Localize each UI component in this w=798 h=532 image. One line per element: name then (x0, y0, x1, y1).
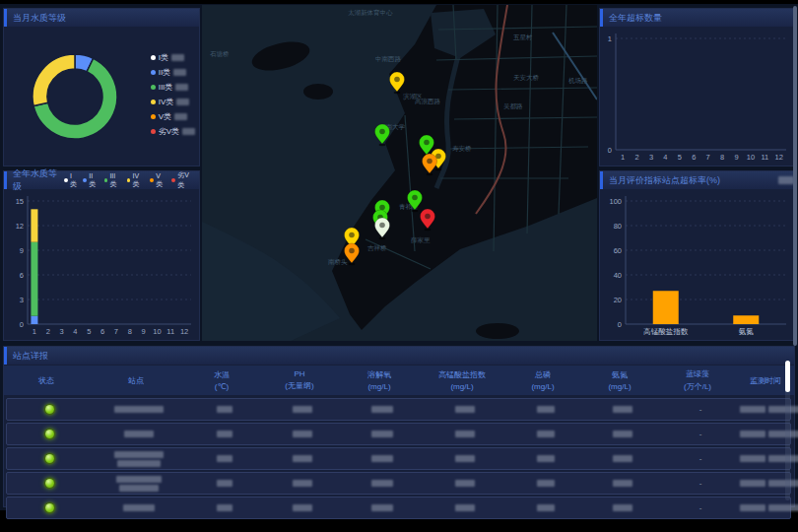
svg-text:2: 2 (46, 327, 50, 336)
redacted-value (217, 504, 233, 511)
redacted-value (768, 455, 798, 462)
map-canvas[interactable]: 石塘桥太湖新体育中心中南西路滨湖区五星村天安大桥机场路高浪西路江南大学吴都路寿安… (202, 5, 597, 341)
bar-segment-IV类[interactable] (31, 209, 37, 241)
donut-slice-IV类[interactable] (33, 54, 75, 106)
redacted-value (613, 431, 632, 437)
legend-dot (151, 55, 156, 60)
legend-item-III类[interactable]: III类 (104, 172, 122, 189)
table-row[interactable]: - (6, 423, 791, 445)
redacted-value (217, 406, 233, 413)
legend-dot (151, 114, 156, 119)
legend-item-IV类[interactable]: IV类 (151, 95, 195, 109)
algae-value: - (699, 503, 702, 512)
station-cell (92, 431, 186, 437)
table-row[interactable]: - (6, 447, 791, 470)
legend-item-II类[interactable]: II类 (151, 65, 195, 80)
column-unit: (万个/L) (658, 381, 737, 392)
redacted-value (293, 431, 312, 437)
svg-text:6: 6 (20, 271, 24, 280)
legend-label: III类 (159, 82, 173, 93)
column-unit: (℃) (183, 382, 260, 391)
map-label: 薛家里 (411, 236, 431, 243)
value-cell (263, 406, 342, 413)
bar-氨氮[interactable] (733, 315, 759, 324)
column-label: PH (260, 369, 339, 378)
column-unit: (mg/L) (339, 382, 420, 391)
algae-cell: - (661, 503, 740, 512)
legend-item-I类[interactable]: I类 (64, 172, 78, 189)
redacted-value (740, 431, 765, 437)
svg-text:20: 20 (614, 296, 622, 304)
table-scrollbar-thumb[interactable] (785, 361, 790, 392)
table-row[interactable]: - (6, 398, 791, 421)
value-cell (584, 431, 661, 437)
page-scrollbar[interactable] (793, 6, 797, 346)
year-exceed-bar-chart: 01123456789101112 (600, 27, 794, 166)
status-cell (7, 405, 92, 414)
legend-item-劣V类[interactable]: 劣V类 (151, 124, 195, 139)
redacted-value (371, 406, 393, 413)
column-unit: (mg/L) (504, 382, 581, 391)
redacted-legend-value (174, 113, 187, 120)
time-cell (740, 504, 798, 511)
redacted-value (293, 455, 312, 462)
bar-高锰酸盐指数[interactable] (653, 291, 679, 324)
redacted-value (123, 504, 155, 511)
value-cell (423, 431, 507, 437)
table-body: ----- (4, 395, 794, 519)
value-cell (507, 480, 584, 487)
table-row[interactable]: - (6, 472, 791, 495)
redacted-value (768, 480, 798, 487)
table-scrollbar[interactable] (785, 361, 790, 500)
map-island (303, 84, 333, 100)
map[interactable]: 石塘桥太湖新体育中心中南西路滨湖区五星村天安大桥机场路高浪西路江南大学吴都路寿安… (202, 5, 597, 341)
value-cell (263, 504, 342, 511)
map-label: 石塘桥 (210, 50, 230, 58)
bar-segment-III类[interactable] (31, 242, 37, 316)
svg-text:5: 5 (87, 327, 91, 336)
svg-text:1: 1 (33, 327, 36, 336)
legend-item-I类[interactable]: I类 (151, 50, 195, 65)
monitor-time (740, 504, 798, 511)
value-cell (507, 455, 584, 462)
legend-item-V类[interactable]: V类 (151, 109, 195, 124)
value-cell (423, 480, 507, 487)
value-cell (507, 406, 584, 413)
panel-title: 当月评价指标站点超标率(%) (609, 174, 720, 187)
table-header: 状态站点水温(℃)PH(无量纲)溶解氧(mg/L)高锰酸盐指数(mg/L)总磷(… (4, 366, 794, 395)
redacted-value (117, 460, 161, 467)
svg-text:7: 7 (706, 153, 710, 162)
svg-text:0: 0 (608, 146, 612, 155)
redacted-value (371, 455, 393, 462)
legend-item-III类[interactable]: III类 (151, 80, 195, 95)
station-cell (92, 406, 186, 413)
panel-month-rate-header: 当月评价指标站点超标率(%) (600, 171, 794, 189)
algae-cell: - (661, 430, 740, 438)
donut-legend: I类II类III类IV类V类劣V类 (151, 50, 195, 139)
svg-text:60: 60 (614, 246, 622, 255)
legend-item-IV类[interactable]: IV类 (127, 172, 146, 189)
legend-label: V类 (156, 172, 166, 189)
value-cell (584, 504, 661, 511)
redacted-corner-label[interactable] (778, 176, 794, 184)
column-header-水温: 水温(℃) (183, 366, 260, 395)
station-cell (92, 504, 186, 511)
value-cell (186, 431, 263, 437)
algae-value: - (699, 405, 702, 414)
algae-value: - (699, 479, 702, 488)
table-row[interactable]: - (6, 497, 791, 519)
redacted-value (768, 504, 798, 511)
legend-dot (151, 129, 156, 134)
legend-item-V类[interactable]: V类 (150, 172, 166, 189)
status-dot-green (45, 503, 54, 512)
legend-item-劣V类[interactable]: 劣V类 (171, 170, 195, 190)
redacted-value (293, 406, 312, 413)
svg-text:9: 9 (734, 153, 738, 162)
value-cell (423, 406, 507, 413)
value-cell (186, 455, 263, 462)
legend-item-II类[interactable]: II类 (83, 172, 99, 189)
redacted-value (613, 480, 632, 487)
panel-year-exceed-header: 全年超标数量 (600, 9, 794, 27)
redacted-value (455, 455, 475, 462)
bar-segment-II类[interactable] (31, 316, 37, 324)
